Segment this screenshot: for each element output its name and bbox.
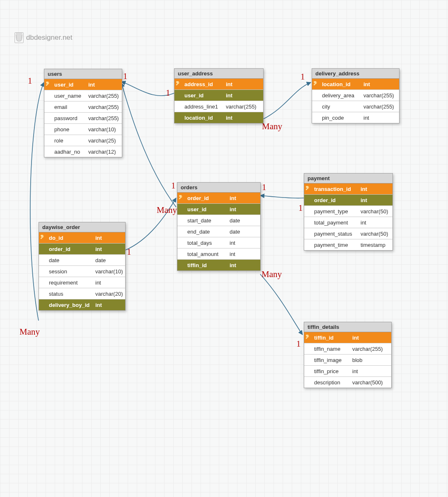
database-icon: [15, 32, 24, 43]
column-row[interactable]: sessionvarchar(10): [39, 266, 125, 277]
column-row[interactable]: emailvarchar(255): [44, 101, 122, 113]
column-type: int: [227, 249, 260, 259]
column-name: end_date: [185, 227, 227, 236]
column-row[interactable]: delivery_boy_idint: [39, 299, 125, 310]
column-row[interactable]: phonevarchar(10): [44, 124, 122, 135]
column-row[interactable]: tiffin_priceint: [304, 366, 391, 377]
column-name: do_id: [46, 233, 93, 243]
cardinality-label: 1: [262, 182, 266, 193]
key-icon: [304, 186, 312, 192]
column-name: tiffin_id: [185, 261, 227, 270]
table-tiffin-details[interactable]: tiffin_detailstiffin_idinttiffin_namevar…: [304, 322, 392, 388]
column-row[interactable]: passwordvarchar(255): [44, 113, 122, 124]
column-row[interactable]: order_idint: [39, 244, 125, 255]
column-row[interactable]: user_namevarchar(255): [44, 90, 122, 101]
table-title[interactable]: daywise_order: [39, 222, 125, 232]
column-type: varchar(255): [350, 344, 391, 354]
column-row[interactable]: location_idint: [174, 112, 263, 123]
column-name: role: [52, 136, 86, 145]
column-type: varchar(50): [358, 229, 392, 239]
column-row[interactable]: descriptionvarchar(500): [304, 377, 391, 388]
er-diagram-canvas[interactable]: dbdesigner.net 1 1 1 1 Many 1: [0, 0, 448, 497]
column-row[interactable]: order_idint: [304, 195, 392, 206]
column-type: varchar(255): [86, 102, 122, 112]
column-name: order_id: [46, 244, 93, 254]
cardinality-label: Many: [19, 327, 40, 337]
table-title[interactable]: users: [44, 69, 122, 79]
column-name: payment_type: [312, 207, 358, 216]
column-row[interactable]: delivery_areavarchar(255): [312, 90, 399, 101]
column-name: requirement: [46, 278, 93, 287]
column-type: varchar(255): [361, 91, 399, 100]
column-name: tiffin_name: [312, 344, 350, 354]
column-name: payment_status: [312, 229, 358, 239]
column-row[interactable]: do_idint: [39, 232, 125, 244]
column-row[interactable]: total_daysint: [177, 237, 260, 248]
table-title[interactable]: tiffin_details: [304, 322, 391, 332]
column-row[interactable]: payment_typevarchar(50): [304, 206, 392, 217]
column-type: int: [227, 261, 260, 270]
column-type: blob: [350, 355, 391, 365]
column-name: delivery_area: [320, 91, 361, 100]
column-row[interactable]: payment_statusvarchar(50): [304, 228, 392, 239]
column-type: date: [93, 256, 125, 265]
column-row[interactable]: payment_timetimestamp: [304, 239, 392, 250]
column-row[interactable]: end_datedate: [177, 226, 260, 237]
column-row[interactable]: tiffin_idint: [177, 260, 260, 270]
column-type: varchar(255): [361, 102, 399, 111]
table-title[interactable]: orders: [177, 183, 260, 193]
table-title[interactable]: payment: [304, 174, 392, 183]
column-type: int: [93, 300, 125, 310]
column-row[interactable]: address_idint: [174, 79, 263, 90]
column-row[interactable]: address_line1varchar(255): [174, 101, 263, 112]
column-row[interactable]: pin_codeint: [312, 112, 399, 123]
column-row[interactable]: statusvarchar(20): [39, 288, 125, 299]
column-type: int: [227, 238, 260, 248]
column-type: varchar(255): [223, 102, 263, 111]
table-user-address[interactable]: user_addressaddress_idintuser_idintaddre…: [174, 68, 264, 123]
table-title[interactable]: delivery_address: [312, 69, 399, 79]
column-row[interactable]: requirementint: [39, 277, 125, 288]
column-row[interactable]: transaction_idint: [304, 183, 392, 195]
column-type: varchar(20): [93, 289, 125, 299]
column-row[interactable]: order_idint: [177, 193, 260, 204]
column-type: int: [227, 193, 260, 203]
cardinality-label: Many: [262, 269, 282, 280]
table-users[interactable]: usersuser_idintuser_namevarchar(255)emai…: [44, 69, 122, 157]
cardinality-label: 1: [123, 71, 128, 82]
column-type: varchar(10): [93, 267, 125, 276]
column-row[interactable]: tiffin_idint: [304, 332, 391, 343]
column-type: varchar(255): [86, 91, 122, 101]
table-orders[interactable]: ordersorder_idintuser_idintstart_datedat…: [177, 182, 261, 271]
column-type: int: [358, 195, 392, 205]
column-row[interactable]: tiffin_namevarchar(255): [304, 343, 391, 355]
column-row[interactable]: location_idint: [312, 79, 399, 90]
table-daywise-order[interactable]: daywise_orderdo_idintorder_idintdatedate…: [39, 222, 126, 311]
column-type: date: [227, 216, 260, 225]
column-name: tiffin_image: [312, 355, 350, 365]
column-type: timestamp: [358, 240, 392, 250]
table-title[interactable]: user_address: [174, 69, 263, 79]
column-type: int: [361, 113, 399, 123]
table-delivery-address[interactable]: delivery_addresslocation_idintdelivery_a…: [312, 68, 400, 123]
column-row[interactable]: user_idint: [177, 204, 260, 215]
table-payment[interactable]: paymenttransaction_idintorder_idintpayme…: [304, 173, 393, 251]
column-row[interactable]: total_amountint: [177, 248, 260, 260]
column-name: transaction_id: [312, 184, 358, 194]
column-type: int: [93, 244, 125, 254]
column-type: int: [93, 278, 125, 287]
column-row[interactable]: datedate: [39, 255, 125, 266]
column-row[interactable]: tiffin_imageblob: [304, 355, 391, 366]
column-name: date: [46, 256, 93, 265]
brand-text: dbdesigner.net: [26, 34, 73, 42]
cardinality-label: 1: [298, 203, 303, 213]
column-row[interactable]: start_datedate: [177, 215, 260, 226]
column-row[interactable]: cityvarchar(255): [312, 101, 399, 112]
column-row[interactable]: user_idint: [44, 79, 122, 90]
column-row[interactable]: total_paymentint: [304, 217, 392, 228]
column-row[interactable]: user_idint: [174, 90, 263, 101]
column-type: varchar(25): [86, 136, 122, 145]
column-row[interactable]: aadhar_novarchar(12): [44, 146, 122, 157]
column-row[interactable]: rolevarchar(25): [44, 135, 122, 146]
column-type: int: [93, 233, 125, 243]
